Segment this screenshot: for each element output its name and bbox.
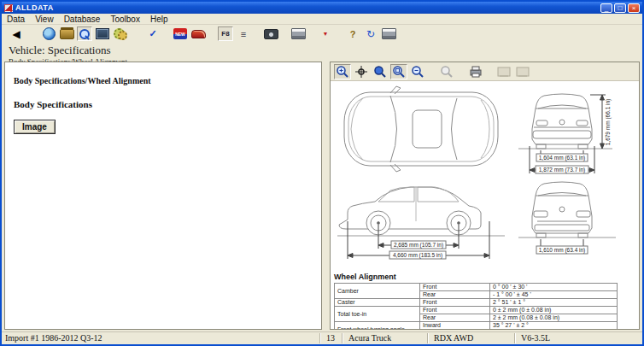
- page-title: Vehicle: Specifications: [9, 44, 635, 57]
- spec-group: Total toe-in: [335, 307, 420, 322]
- status-bar: Import #1 1986-2012 Q3-12 13 Acura Truck…: [2, 331, 642, 344]
- title-bar: ALLDATA _ □ ×: [2, 2, 642, 14]
- text-view-icon[interactable]: ≡: [236, 26, 251, 41]
- car-service-icon[interactable]: [190, 26, 206, 41]
- image-viewer-panel: 1,679 mm (66.1 in) 1,604 mm (63.1 in): [330, 62, 640, 330]
- front-track-dimension: 1,604 mm (63.1 in): [539, 155, 586, 161]
- spec-position: Rear: [420, 291, 490, 299]
- confirm-icon[interactable]: ✓: [145, 26, 161, 41]
- overall-length-dimension: 4,660 mm (183.5 in): [393, 252, 442, 259]
- spec-position: Front: [420, 284, 490, 291]
- car-front-view-diagram: 1,679 mm (66.1 in) 1,604 mm (63.1 in): [517, 83, 619, 179]
- menu-bar: Data View Database Toolbox Help: [2, 14, 642, 25]
- document-panel: Body Specifications/Wheel Alignment Body…: [4, 62, 322, 330]
- zoom-window-icon[interactable]: [390, 64, 407, 79]
- import-icon[interactable]: ▼: [318, 26, 333, 41]
- alldata-window: ALLDATA _ □ × Data View Database Toolbox…: [0, 0, 644, 346]
- menu-toolbox[interactable]: Toolbox: [110, 15, 139, 24]
- print-icon[interactable]: [290, 26, 306, 41]
- spec-value: 0 ± 2 mm (0 ± 0.08 in): [490, 307, 618, 314]
- maximize-button[interactable]: □: [614, 3, 626, 13]
- vehicle-search-icon[interactable]: [77, 26, 92, 41]
- viewer-toolbar: [331, 62, 639, 81]
- page-header: Vehicle: Specifications Body Specificati…: [2, 43, 642, 61]
- help-icon[interactable]: ?: [345, 26, 360, 41]
- image-button[interactable]: Image: [14, 120, 56, 134]
- spec-value: 2 ° 51 ' ± 1 °: [490, 299, 618, 307]
- spec-position: Rear: [420, 314, 490, 322]
- menu-data[interactable]: Data: [7, 15, 25, 24]
- window-title: ALLDATA: [15, 3, 54, 12]
- status-vehicle-model: RDX AWD: [434, 333, 473, 343]
- fax-icon[interactable]: [381, 26, 396, 41]
- spec-position: Front: [420, 307, 490, 314]
- wheel-alignment-section: Wheel Alignment Camber Front 0 ° 00 ' ± …: [334, 273, 618, 329]
- zoom-full-icon[interactable]: [438, 64, 455, 79]
- spec-value: 2 ± 2 mm (0.08 ± 0.08 in): [490, 314, 618, 322]
- status-page-number: 13: [326, 333, 335, 343]
- car-rear-view-diagram: 1,610 mm (63.4 in): [517, 172, 619, 262]
- section-heading: Body Specifications: [14, 99, 313, 109]
- zoom-dynamic-icon[interactable]: [372, 64, 389, 79]
- car-side-view-diagram: 2,685 mm (105.7 in) 4,660 mm (183.5 in): [337, 172, 505, 261]
- spec-group: Caster: [335, 299, 420, 307]
- front-height-dimension: 1,679 mm (66.1 in): [605, 99, 612, 146]
- spec-group: Front wheel turning angle: [335, 322, 420, 330]
- content-area: Body Specifications/Wheel Alignment Body…: [4, 62, 640, 330]
- back-icon[interactable]: ◀: [9, 26, 24, 41]
- status-engine: V6-3.5L: [521, 333, 550, 343]
- menu-help[interactable]: Help: [150, 15, 168, 24]
- document-title: Body Specifications/Wheel Alignment: [14, 76, 313, 85]
- table-row: Caster Front 2 ° 51 ' ± 1 °: [335, 299, 618, 307]
- table-row: Front wheel turning angle Inward 35 ° 27…: [335, 322, 618, 330]
- new-car-icon[interactable]: NEW: [173, 26, 188, 41]
- spec-value: 35 ° 27 ' ± 2 °: [490, 322, 618, 330]
- wheel-alignment-table: Camber Front 0 ° 00 ' ± 30 ' Rear - 1 ° …: [334, 283, 618, 329]
- rear-track-dimension: 1,610 mm (63.4 in): [539, 247, 586, 254]
- car-top-view-diagram: [337, 85, 505, 173]
- menu-view[interactable]: View: [35, 15, 54, 24]
- table-row: Camber Front 0 ° 00 ' ± 30 ': [335, 284, 618, 291]
- wheel-alignment-title: Wheel Alignment: [334, 273, 618, 281]
- history-icon[interactable]: ↻: [363, 26, 378, 41]
- wheelbase-dimension: 2,685 mm (105.7 in): [394, 242, 443, 249]
- status-vehicle-make: Acura Truck: [348, 333, 391, 343]
- app-icon: [4, 4, 13, 12]
- world-icon[interactable]: [41, 26, 56, 41]
- prev-image-icon[interactable]: [496, 64, 513, 79]
- briefcase-icon[interactable]: [59, 26, 74, 41]
- spec-group: Camber: [335, 284, 420, 299]
- diagram-canvas[interactable]: 1,679 mm (66.1 in) 1,604 mm (63.1 in): [331, 81, 639, 329]
- components-icon[interactable]: [95, 26, 110, 41]
- zoom-in-icon[interactable]: [334, 64, 351, 79]
- print-view-icon[interactable]: [467, 64, 484, 79]
- spec-position: Inward: [420, 322, 490, 330]
- spec-position: Front: [420, 299, 490, 307]
- f8-view-icon[interactable]: F8: [218, 26, 233, 41]
- close-button[interactable]: ×: [628, 3, 640, 13]
- spec-value: - 1 ° 00 ' ± 45 ': [490, 291, 618, 299]
- main-toolbar: ◀ ✓ NEW F8 ≡ ▼ ? ↻: [2, 25, 642, 43]
- table-row: Total toe-in Front 0 ± 2 mm (0 ± 0.08 in…: [335, 307, 618, 314]
- spec-value: 0 ° 00 ' ± 30 ': [490, 284, 618, 291]
- gears-icon[interactable]: [113, 26, 128, 41]
- camera-icon[interactable]: [263, 26, 278, 41]
- status-import-info: Import #1 1986-2012 Q3-12: [5, 333, 102, 343]
- minimize-button[interactable]: _: [600, 3, 612, 13]
- menu-database[interactable]: Database: [64, 15, 101, 24]
- next-image-icon[interactable]: [515, 64, 532, 79]
- pan-icon[interactable]: [353, 64, 370, 79]
- zoom-out-icon[interactable]: [409, 64, 426, 79]
